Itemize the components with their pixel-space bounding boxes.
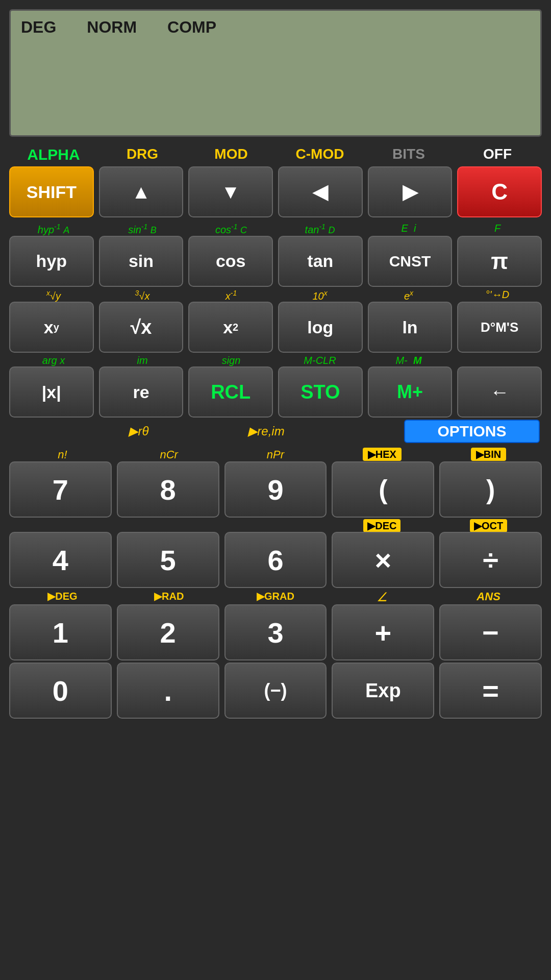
right-arrow-button[interactable]: ▶ <box>368 166 453 217</box>
xy-button[interactable]: xy <box>9 302 94 353</box>
xinv-label: x-1 <box>187 289 276 302</box>
tenx-label: 10x <box>276 289 364 302</box>
two-button[interactable]: 2 <box>117 604 219 660</box>
drg-label: DRG <box>98 146 187 163</box>
six-button[interactable]: 6 <box>224 532 327 588</box>
m-label-blank <box>453 355 542 366</box>
status-deg: DEG <box>21 18 56 37</box>
mod-label: MOD <box>187 146 276 163</box>
clear-button[interactable]: C <box>457 166 542 217</box>
backspace-button[interactable]: ← <box>457 366 542 418</box>
tan-inv-label: tan-1 D <box>276 223 364 236</box>
reim-label: ▶re,im <box>208 424 325 438</box>
sqrtx-button[interactable]: √x <box>99 302 184 353</box>
sin-button[interactable]: sin <box>99 236 184 287</box>
lparen-button[interactable]: ( <box>332 461 434 518</box>
minus-button[interactable]: − <box>439 604 542 660</box>
npr-label: nPr <box>222 448 329 461</box>
neg-button[interactable]: (−) <box>224 663 327 719</box>
absx-button[interactable]: |x| <box>9 366 94 418</box>
pi-button[interactable]: π <box>457 236 542 287</box>
down-arrow-button[interactable]: ▼ <box>188 166 273 217</box>
hyp-inv-label: hyp-1 A <box>9 223 98 236</box>
status-comp: COMP <box>167 18 216 37</box>
grad-conv-label: ▶GRAD <box>222 590 329 604</box>
dec-label: ▶DEC <box>329 520 435 532</box>
four-button[interactable]: 4 <box>9 532 112 588</box>
mclr-label: M-CLR <box>276 355 364 366</box>
divide-button[interactable]: ÷ <box>439 532 542 588</box>
cos-button[interactable]: cos <box>188 236 273 287</box>
multiply-button[interactable]: × <box>332 532 434 588</box>
alpha-label: ALPHA <box>9 146 98 163</box>
rad-conv-label: ▶RAD <box>116 590 222 604</box>
ans-label: ANS <box>435 590 542 604</box>
dot-button[interactable]: . <box>117 663 219 719</box>
cmod-label: C-MOD <box>276 146 364 163</box>
nine-button[interactable]: 9 <box>224 461 327 518</box>
rparen-button[interactable]: ) <box>439 461 542 518</box>
xvy-label: x√y <box>9 289 98 302</box>
eight-button[interactable]: 8 <box>117 461 219 518</box>
angle-label: ∠ <box>329 590 435 604</box>
shift-button[interactable]: SHIFT <box>9 166 94 217</box>
hex-label: ▶HEX <box>329 448 435 461</box>
sin-inv-label: sin-1 B <box>98 223 187 236</box>
nfact-label: n! <box>9 448 116 461</box>
x2-button[interactable]: x2 <box>188 302 273 353</box>
status-norm: NORM <box>87 18 137 37</box>
tan-button[interactable]: tan <box>278 236 363 287</box>
ex-label: ex <box>364 289 453 302</box>
left-arrow-button[interactable]: ◀ <box>278 166 363 217</box>
dms-button[interactable]: D°M'S <box>457 302 542 353</box>
bin-label: ▶BIN <box>435 448 542 461</box>
im-label: im <box>98 355 187 366</box>
cnst-button[interactable]: CNST <box>368 236 453 287</box>
cbrtx-label: 3√x <box>98 289 187 302</box>
one-button[interactable]: 1 <box>9 604 112 660</box>
f-label: F <box>453 223 542 236</box>
dms-label: °'↔D <box>453 289 542 302</box>
up-arrow-button[interactable]: ▲ <box>99 166 184 217</box>
equals-button[interactable]: = <box>439 663 542 719</box>
off-label: OFF <box>453 146 542 163</box>
plus-button[interactable]: + <box>332 604 434 660</box>
zero-button[interactable]: 0 <box>9 663 112 719</box>
mplus-button[interactable]: M+ <box>368 366 453 418</box>
log-button[interactable]: log <box>278 302 363 353</box>
calculator-display: DEG NORM COMP <box>9 9 542 137</box>
bits-label: BITS <box>364 146 453 163</box>
mminus-label: M- M <box>364 355 453 366</box>
cos-inv-label: cos-1 C <box>187 223 276 236</box>
exp-button[interactable]: Exp <box>332 663 434 719</box>
five-button[interactable]: 5 <box>117 532 219 588</box>
sign-label: sign <box>187 355 276 366</box>
options-button[interactable]: OPTIONS <box>404 420 540 443</box>
rtheta-label: ▶rθ <box>80 424 197 438</box>
sto-button[interactable]: STO <box>278 366 363 418</box>
three-button[interactable]: 3 <box>224 604 327 660</box>
deg-conv-label: ▶DEG <box>9 590 116 604</box>
re-button[interactable]: re <box>99 366 184 418</box>
seven-button[interactable]: 7 <box>9 461 112 518</box>
ln-button[interactable]: ln <box>368 302 453 353</box>
oct-label: ▶OCT <box>435 520 542 532</box>
hyp-button[interactable]: hyp <box>9 236 94 287</box>
argx-label: arg x <box>9 355 98 366</box>
ncr-label: nCr <box>116 448 222 461</box>
e-label: E i <box>364 223 453 236</box>
rcl-button[interactable]: RCL <box>188 366 273 418</box>
